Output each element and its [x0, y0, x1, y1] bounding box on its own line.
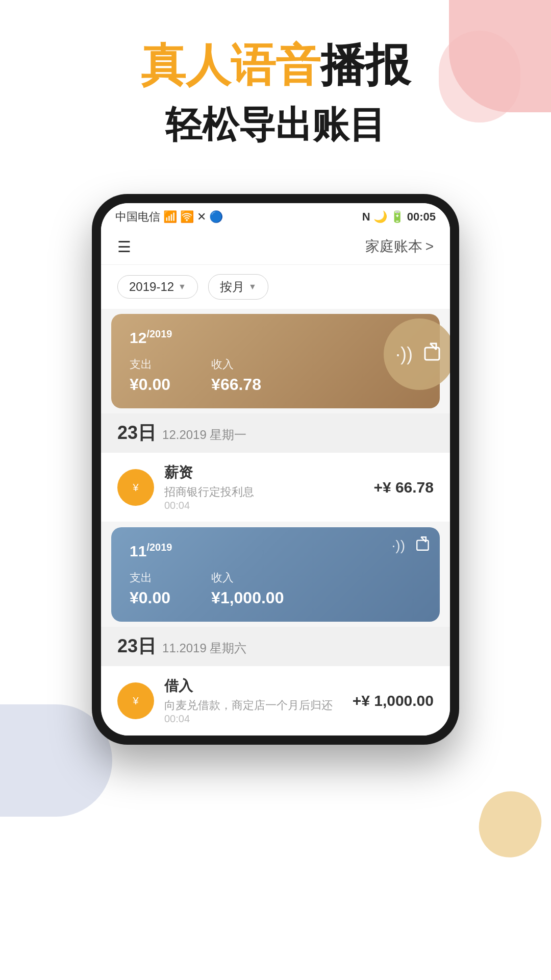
- header-subtitle: 轻松导出账目: [0, 101, 551, 150]
- income-label-nov: 收入: [211, 570, 284, 585]
- svg-text:¥: ¥: [132, 695, 139, 706]
- svg-rect-0: [425, 348, 439, 360]
- sound-icon[interactable]: ·)): [395, 344, 413, 365]
- transaction-info-borrow: 借入 向麦兑借款，商定店一个月后归还 00:04: [164, 676, 342, 725]
- date-day-nov: 23日: [117, 634, 156, 659]
- income-label-dec: 收入: [211, 357, 261, 372]
- status-right: N 🌙 🔋 00:05: [362, 210, 436, 224]
- svg-line-5: [421, 537, 426, 542]
- title-black-part: 播报: [320, 40, 410, 90]
- moon-icon: 🌙: [373, 210, 387, 224]
- card-month-nov: 11/2019: [130, 542, 421, 560]
- phone-screen: 中国电信 📶 🛜 ✕ 🔵 N 🌙 🔋 00:05 ☰ 家庭账本: [101, 203, 450, 736]
- transaction-icon-salary: ¥: [117, 469, 154, 506]
- date-separator-nov: 23日 11.2019 星期六: [101, 627, 450, 666]
- card-year: /2019: [146, 328, 172, 339]
- transaction-sub-salary: 招商银行定投利息: [164, 484, 363, 500]
- income-amount-nov: ¥1,000.00: [211, 589, 284, 607]
- deco-shape-bottom-right: [472, 785, 548, 865]
- expense-amount-nov: ¥0.00: [130, 589, 170, 607]
- phone-mockup: 中国电信 📶 🛜 ✕ 🔵 N 🌙 🔋 00:05 ☰ 家庭账本: [92, 194, 459, 745]
- svg-text:¥: ¥: [132, 482, 139, 493]
- carrier-text: 中国电信: [115, 209, 160, 225]
- date-day-dec: 23日: [117, 421, 156, 446]
- status-bar: 中国电信 📶 🛜 ✕ 🔵 N 🌙 🔋 00:05: [101, 203, 450, 229]
- svg-line-1: [430, 344, 436, 350]
- date-detail-nov: 11.2019 星期六: [162, 640, 246, 656]
- month-card-dec: 12/2019 支出 ¥0.00 收入 ¥66.78 ·)): [111, 314, 440, 408]
- income-col-nov: 收入 ¥1,000.00: [211, 570, 284, 607]
- month-card-nov: ·)) 11/2019 支出 ¥0.00: [111, 527, 440, 622]
- card-month-num-nov: 11: [130, 543, 146, 559]
- header-title: 真人语音播报: [0, 41, 551, 90]
- status-left: 中国电信 📶 🛜 ✕ 🔵: [115, 209, 223, 225]
- app-icon: 🔵: [209, 210, 223, 224]
- transaction-sub-borrow: 向麦兑借款，商定店一个月后归还: [164, 698, 342, 713]
- transaction-amount-borrow: +¥ 1,000.00: [353, 692, 434, 709]
- date-filter-label: 2019-12: [129, 280, 174, 294]
- transaction-time-salary: 00:04: [164, 500, 363, 511]
- period-filter-arrow: ▼: [248, 282, 257, 291]
- transaction-item-borrow[interactable]: ¥ 借入 向麦兑借款，商定店一个月后归还 00:04 +¥ 1,000.00: [101, 666, 450, 736]
- card-row-dec: 支出 ¥0.00 收入 ¥66.78: [130, 357, 421, 394]
- export-icon[interactable]: [423, 341, 443, 366]
- export-icon-blue[interactable]: [415, 535, 432, 555]
- expense-col-nov: 支出 ¥0.00: [130, 570, 170, 607]
- menu-icon[interactable]: ☰: [117, 238, 131, 256]
- card-actions-blue: ·)): [392, 535, 432, 555]
- expense-amount-dec: ¥0.00: [130, 375, 170, 394]
- transaction-icon-borrow: ¥: [117, 682, 154, 719]
- transaction-time-borrow: 00:04: [164, 713, 342, 725]
- transaction-item-salary[interactable]: ¥ 薪资 招商银行定投利息 00:04 +¥ 66.78: [101, 453, 450, 522]
- transaction-name-salary: 薪资: [164, 463, 363, 482]
- expense-label-nov: 支出: [130, 570, 170, 585]
- transaction-amount-salary: +¥ 66.78: [373, 479, 434, 496]
- app-header-bar: ☰ 家庭账本 >: [101, 229, 450, 265]
- income-col-dec: 收入 ¥66.78: [211, 357, 261, 394]
- expense-col-dec: 支出 ¥0.00: [130, 357, 170, 394]
- card-row-nov: 支出 ¥0.00 收入 ¥1,000.00: [130, 570, 421, 607]
- book-name-label: 家庭账本: [365, 237, 422, 256]
- phone-outer-frame: 中国电信 📶 🛜 ✕ 🔵 N 🌙 🔋 00:05 ☰ 家庭账本: [92, 194, 459, 745]
- expense-label-dec: 支出: [130, 357, 170, 372]
- date-separator-dec: 23日 12.2019 星期一: [101, 413, 450, 453]
- nfc-icon: N: [362, 210, 370, 224]
- transaction-info-salary: 薪资 招商银行定投利息 00:04: [164, 463, 363, 511]
- header-section: 真人语音播报 轻松导出账目: [0, 41, 551, 150]
- period-filter-label: 按月: [220, 279, 244, 295]
- period-filter-button[interactable]: 按月 ▼: [208, 274, 268, 300]
- book-chevron: >: [425, 238, 434, 255]
- card-month-num: 12: [130, 329, 146, 346]
- time-display: 00:05: [407, 210, 436, 224]
- filter-bar: 2019-12 ▼ 按月 ▼: [101, 265, 450, 309]
- card-action-circle: ·)): [384, 318, 450, 390]
- wifi-icon: 🛜: [180, 210, 194, 224]
- signal-icon: 📶: [163, 210, 177, 224]
- sound-icon-blue[interactable]: ·)): [392, 537, 405, 554]
- extra-icon: ✕: [197, 210, 206, 224]
- card-month-dec: 12/2019: [130, 328, 421, 347]
- date-filter-button[interactable]: 2019-12 ▼: [117, 275, 198, 299]
- income-amount-dec: ¥66.78: [211, 375, 261, 394]
- date-filter-arrow: ▼: [178, 282, 186, 291]
- card-year-nov: /2019: [146, 542, 172, 553]
- book-name[interactable]: 家庭账本 >: [365, 237, 434, 256]
- transaction-name-borrow: 借入: [164, 676, 342, 696]
- title-orange-part: 真人语音: [141, 40, 320, 90]
- battery-icon: 🔋: [390, 210, 404, 224]
- svg-rect-4: [417, 541, 428, 550]
- date-detail-dec: 12.2019 星期一: [162, 427, 246, 443]
